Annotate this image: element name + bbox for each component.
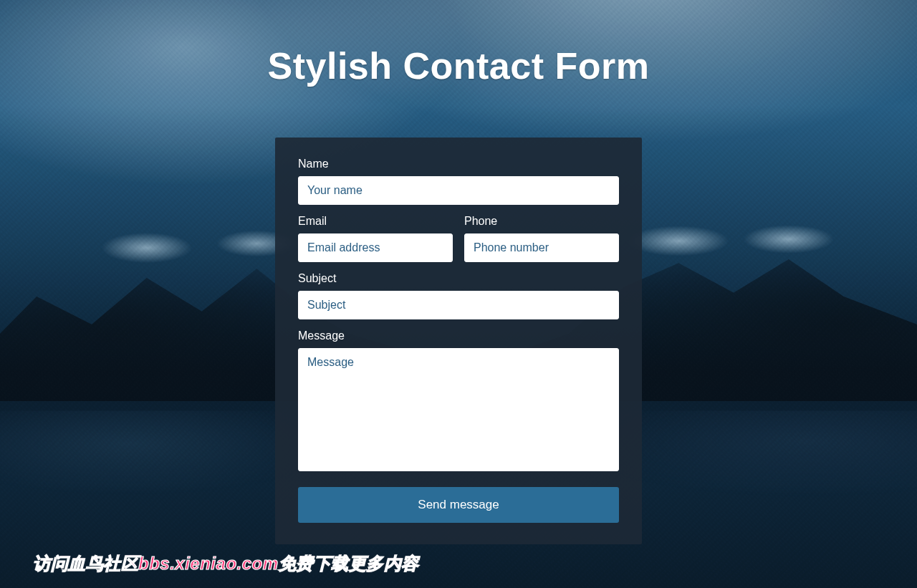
name-input[interactable] [298, 176, 619, 205]
name-label: Name [298, 158, 619, 170]
subject-input[interactable] [298, 291, 619, 319]
send-message-button[interactable]: Send message [298, 487, 619, 523]
phone-input[interactable] [464, 233, 619, 262]
email-input[interactable] [298, 233, 453, 262]
watermark-text: 访问血鸟社区bbs.xieniao.com免费下载更多内容 [33, 552, 419, 575]
email-label: Email [298, 215, 453, 228]
phone-label: Phone [464, 215, 619, 228]
message-label: Message [298, 329, 619, 342]
contact-form-card: Name Email Phone Subject Message Send me… [275, 138, 642, 544]
page-title: Stylish Contact Form [268, 44, 650, 87]
subject-label: Subject [298, 272, 619, 285]
message-textarea[interactable] [298, 348, 619, 471]
